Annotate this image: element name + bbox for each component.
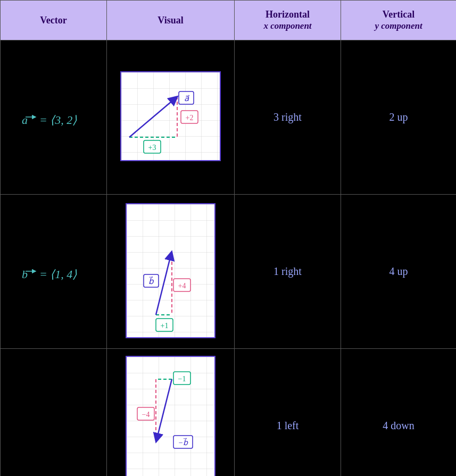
grid-svg-neg-b: −1 −4 −b⃗	[127, 357, 214, 476]
svg-text:−4: −4	[142, 411, 150, 419]
svg-text:+2: +2	[186, 114, 194, 122]
vector-a-label: a = ⟨3, 2⟩	[1, 40, 107, 195]
grid-neg-b: −1 −4 −b⃗	[126, 356, 215, 476]
svg-text:−b⃗: −b⃗	[178, 438, 188, 447]
visual-a: a⃗ +2 +3	[107, 40, 235, 195]
vert-a: 2 up	[341, 40, 457, 195]
svg-rect-3	[121, 72, 220, 160]
header-vector: Vector	[1, 1, 107, 40]
grid-svg-b: b⃗ +4 +1	[127, 204, 214, 337]
grid-b: b⃗ +4 +1	[126, 203, 215, 338]
vert-neg-b: 4 down	[341, 349, 457, 477]
vector-a-equation: a = ⟨3, 2⟩	[19, 105, 88, 127]
header-horizontal: Horizontal x component	[235, 1, 341, 40]
table-row: a = ⟨3, 2⟩	[1, 40, 457, 195]
svg-text:a: a	[22, 113, 28, 127]
header-vertical: Vertical y component	[341, 1, 457, 40]
visual-neg-b: −1 −4 −b⃗	[107, 349, 235, 477]
horiz-b: 1 right	[235, 195, 341, 349]
grid-a: a⃗ +2 +3	[120, 71, 221, 161]
vector-b-label: b = ⟨1, 4⟩	[1, 195, 107, 349]
svg-text:b⃗: b⃗	[148, 276, 154, 286]
svg-text:b: b	[22, 268, 28, 281]
table-row: −1 −4 −b⃗ 1 left 4 down	[1, 349, 457, 477]
svg-text:+4: +4	[178, 282, 186, 290]
header-visual: Visual	[107, 1, 235, 40]
svg-text:+1: +1	[161, 322, 169, 330]
svg-text:= ⟨1, 4⟩: = ⟨1, 4⟩	[39, 268, 77, 281]
vert-b: 4 up	[341, 195, 457, 349]
svg-rect-16	[127, 204, 214, 337]
vector-neg-b-label	[1, 349, 107, 477]
horiz-a: 3 right	[235, 40, 341, 195]
svg-text:+3: +3	[148, 144, 156, 152]
visual-b: b⃗ +4 +1	[107, 195, 235, 349]
grid-svg-a: a⃗ +2 +3	[121, 72, 220, 160]
svg-text:−1: −1	[178, 375, 186, 383]
horiz-neg-b: 1 left	[235, 349, 341, 477]
svg-text:= ⟨3, 2⟩: = ⟨3, 2⟩	[39, 113, 77, 127]
vector-b-equation: b = ⟨1, 4⟩	[19, 260, 88, 281]
table-row: b = ⟨1, 4⟩	[1, 195, 457, 349]
